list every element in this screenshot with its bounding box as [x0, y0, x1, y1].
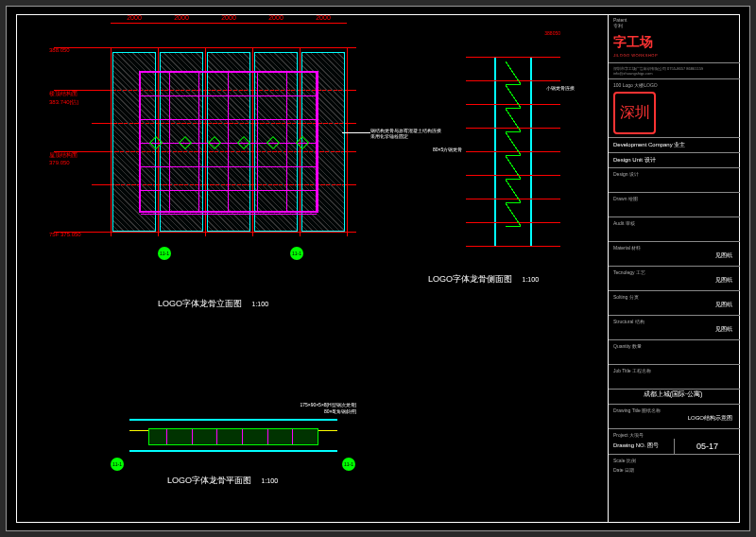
proj-logo-label: 100 Logo 大楼LOGO [609, 79, 740, 89]
tb-field-label: Audit 审核 [609, 217, 740, 227]
drawing-no-label: Drawing NO. 图号 [609, 439, 675, 454]
tb-rows-container: Design 设计Drawn 绘图Audit 审核Material 材料见图纸T… [609, 168, 740, 390]
tb-field-value [609, 227, 740, 242]
title-text: LOGO字体龙骨平面图 [167, 476, 251, 485]
frame-cell [141, 73, 170, 211]
section-body [494, 57, 532, 246]
level-label: 楼顶结构面 383.740[估] [49, 90, 96, 107]
annotation: 钢结构龙骨与原有混凝土结构连接采用化学锚栓固定 [370, 128, 441, 139]
tb-field-label: Structural 结构 [609, 316, 740, 325]
tb-field-label: Design 设计 [609, 168, 740, 178]
tb-field-label: Solting 分页 [609, 291, 740, 301]
brace [216, 429, 217, 444]
scale-text: 1:100 [262, 477, 279, 484]
brace [166, 429, 167, 444]
view-title: LOGO字体龙骨平面图 1:100 [167, 475, 278, 487]
tb-field-label: Job Title 工程名称 [609, 365, 740, 374]
job-title-value: 成都上城(国际·公寓) [609, 390, 740, 405]
tb-field-value: 见图纸 [609, 276, 740, 291]
tb-field-value: 见图纸 [609, 251, 740, 267]
top-dim: 388050 [544, 30, 560, 36]
brace [192, 429, 193, 444]
floor-line [466, 246, 560, 247]
tb-field-label: Tecnolegy 工艺 [609, 267, 740, 276]
company-seal-icon: 深圳 [613, 92, 656, 134]
diag-brace [506, 61, 521, 85]
diag-brace [506, 203, 521, 227]
design-unit: Design Unit 设计 [609, 153, 740, 168]
tb-field-value: 见图纸 [609, 325, 740, 340]
frame-cell [170, 73, 199, 211]
tb-patent-label: Patent专利 [609, 14, 740, 29]
frame-cell [258, 73, 287, 211]
level-dimension: 388.050 楼顶结构面 383.740[估] 屋顶结构面 379.050 7… [49, 47, 96, 236]
dim: 2000 [268, 14, 284, 23]
tb-field-value [609, 374, 740, 390]
brace [242, 429, 243, 444]
elevation-view: 2000 2000 2000 2000 2000 388.050 楼顶结构面 3… [54, 28, 366, 284]
gridline [111, 47, 112, 236]
annotation: 80×8[角钢斜撑] [324, 408, 356, 414]
company-logo: 字工场 JILOGO WORKSHOP [609, 29, 740, 63]
brace [267, 429, 268, 444]
logo-cn: 字工场 [613, 34, 653, 51]
tb-field-label: Material 材料 [609, 242, 740, 251]
diag-brace [506, 156, 521, 180]
title-text: LOGO字体龙骨侧面图 [428, 274, 512, 284]
drawing-no-row: Drawing NO. 图号 05-17 [609, 439, 740, 455]
logo-steel-frame [139, 71, 318, 213]
dim: 2000 [316, 14, 331, 23]
date-label: Date 日期 [609, 464, 740, 474]
scale-label: Scale 比例 [609, 455, 740, 464]
floor-line [466, 57, 560, 58]
frame-cell [287, 73, 317, 211]
frame-cell [229, 73, 258, 211]
tb-field-label: Quantity 数量 [609, 340, 740, 350]
annotation: 175×90×5×8[H型钢次龙骨] [300, 402, 356, 407]
project-label: Project 大项号 [609, 429, 740, 439]
tb-field-value [609, 350, 740, 365]
diag-brace [506, 180, 521, 203]
annotation: 80×5方钢龙骨 [433, 147, 462, 152]
section-view: 388050 [447, 38, 570, 284]
annotation: 小钢龙骨连接 [546, 85, 575, 91]
dim: 2000 [221, 14, 236, 23]
drawing-title-label: Drawing Title 图纸名称 [609, 405, 740, 414]
section-mark-icon: 11-1 [290, 247, 303, 260]
tb-field-value [609, 178, 740, 193]
scale-text: 1:100 [252, 301, 269, 307]
leader-line [342, 132, 370, 133]
view-title: LOGO字体龙骨侧面图 1:100 [428, 273, 539, 286]
contact-info: 深圳市字工场广告标识有限公司 0755-8657 86861159 info@z… [609, 63, 740, 79]
scale-text: 1:100 [523, 276, 540, 283]
dev-company: Development Company 业主 [609, 137, 740, 153]
section-bracing [506, 61, 521, 241]
diag-brace [506, 85, 521, 109]
plan-view: 175×90×5×8[H型钢次龙骨] 80×8[角钢斜撑] 11-1 11-1 … [111, 409, 375, 476]
section-mark-icon: 11-1 [342, 458, 355, 471]
elevation-grid: 11-1 11-1 [111, 47, 347, 236]
dim: 2000 [127, 14, 142, 23]
level-label: 屋顶结构面 379.050 [49, 151, 96, 165]
diag-brace [506, 109, 521, 132]
tb-field-label: Drawn 绘图 [609, 193, 740, 202]
plan-outline [129, 419, 337, 452]
logo-en: JILOGO WORKSHOP [613, 53, 658, 58]
view-title: LOGO字体龙骨立面图 1:100 [158, 298, 268, 310]
section-mark-icon: 11-1 [111, 458, 124, 471]
drawing-sheet: 2000 2000 2000 2000 2000 388.050 楼顶结构面 3… [6, 6, 750, 531]
title-text: LOGO字体龙骨立面图 [158, 299, 242, 308]
gridline [347, 47, 348, 236]
drawing-canvas: 2000 2000 2000 2000 2000 388.050 楼顶结构面 3… [16, 14, 608, 523]
diag-brace [506, 132, 521, 156]
tb-field-value [609, 202, 740, 217]
plan-frame [148, 428, 318, 445]
drawing-no-value: 05-17 [675, 439, 740, 454]
top-dimension: 2000 2000 2000 2000 2000 [111, 14, 347, 24]
frame-cell [199, 73, 229, 211]
section-mark-icon: 11-1 [158, 247, 171, 260]
title-block: Patent专利 字工场 JILOGO WORKSHOP 深圳市字工场广告标识有… [608, 14, 740, 523]
drawing-title-value: LOGO结构示意图 [609, 414, 740, 429]
tb-field-value: 见图纸 [609, 301, 740, 316]
dim: 2000 [174, 14, 189, 23]
